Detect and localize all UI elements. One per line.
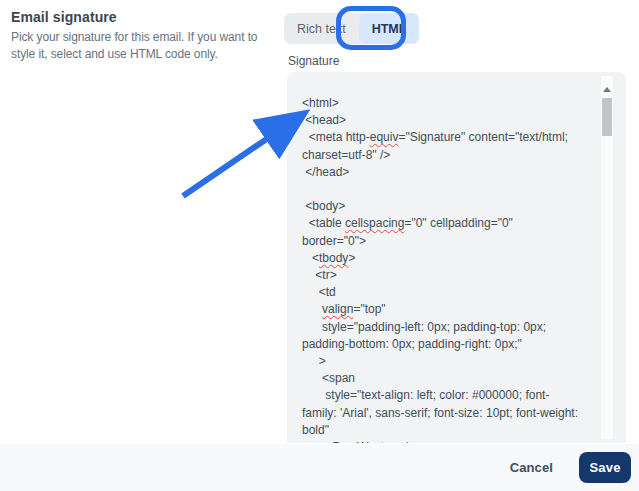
save-button[interactable]: Save <box>579 452 631 483</box>
rich-text-tab[interactable]: Rich text <box>284 13 359 44</box>
html-tab[interactable]: HTML <box>359 13 420 44</box>
signature-field-label: Signature <box>288 54 339 68</box>
signature-code-content[interactable]: <html> <head> <meta http-equiv="Signatur… <box>302 95 600 443</box>
page-description: Pick your signature for this email. If y… <box>11 29 283 63</box>
footer-action-bar: Cancel Save <box>0 444 639 491</box>
editor-scrollbar[interactable] <box>601 76 613 439</box>
scrollbar-thumb[interactable] <box>602 98 612 136</box>
cancel-button[interactable]: Cancel <box>510 460 553 475</box>
signature-mode-toggle: Rich text HTML <box>284 13 419 44</box>
email-signature-settings-panel: Email signature Pick your signature for … <box>0 0 639 491</box>
scrollbar-up-arrow-icon[interactable] <box>601 84 613 94</box>
page-title: Email signature <box>11 9 283 25</box>
intro-section: Email signature Pick your signature for … <box>11 9 283 63</box>
signature-code-editor[interactable]: <html> <head> <meta http-equiv="Signatur… <box>287 72 626 443</box>
